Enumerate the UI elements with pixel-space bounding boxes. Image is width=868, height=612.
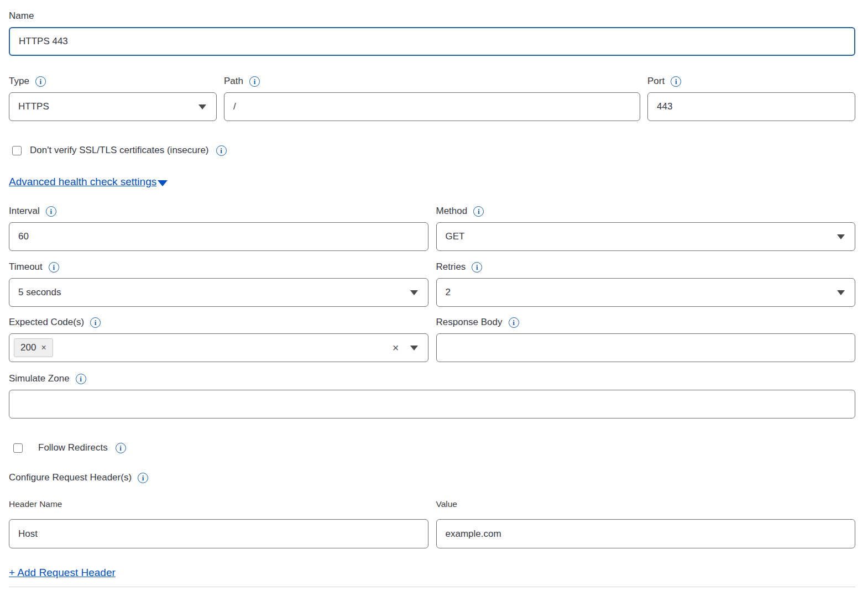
chevron-down-icon: [410, 290, 418, 295]
retries-select-value: 2: [446, 287, 451, 298]
chevron-down-icon: [410, 346, 418, 351]
info-icon[interactable]: i: [472, 262, 482, 273]
path-label-row: Path i: [224, 75, 640, 87]
timeout-label-row: Timeout i: [9, 261, 428, 273]
method-label-row: Method i: [436, 205, 856, 217]
info-icon[interactable]: i: [473, 206, 484, 217]
clear-icon[interactable]: ×: [393, 342, 399, 353]
interval-input[interactable]: [9, 222, 428, 251]
request-headers-label-row: Configure Request Header(s) i: [9, 472, 855, 484]
health-check-form: Name Type i Path i Port i HTTPS Don't ve…: [0, 0, 868, 587]
response-body-input[interactable]: [436, 333, 856, 362]
remove-tag-icon[interactable]: ×: [41, 343, 46, 352]
info-icon[interactable]: i: [90, 317, 101, 328]
retries-label: Retries: [436, 261, 466, 273]
port-label-row: Port i: [647, 75, 855, 87]
header-column-labels: Header Name Value: [9, 499, 855, 510]
add-header-row: + Add Request Header: [9, 567, 855, 579]
type-select-value: HTTPS: [18, 101, 49, 112]
header-name-input[interactable]: [9, 519, 428, 548]
ssl-verify-checkbox[interactable]: [12, 146, 22, 155]
info-icon[interactable]: i: [671, 76, 681, 87]
divider: [9, 587, 855, 587]
chevron-down-icon: [837, 234, 845, 239]
header-name-label: Header Name: [9, 499, 428, 510]
request-headers-label: Configure Request Header(s): [9, 472, 132, 484]
advanced-settings-row: Advanced health check settings: [9, 176, 855, 188]
interval-label-row: Interval i: [9, 205, 428, 217]
interval-method-labels: Interval i Method i: [9, 205, 855, 217]
expected-code-tag-value: 200: [20, 342, 36, 353]
simulate-zone-input[interactable]: [9, 390, 855, 419]
path-input[interactable]: [224, 92, 640, 121]
type-label-row: Type i: [9, 75, 217, 87]
timeout-select[interactable]: 5 seconds: [9, 278, 428, 307]
port-label: Port: [647, 75, 665, 87]
type-label: Type: [9, 75, 29, 87]
follow-redirects-checkbox[interactable]: [13, 443, 23, 453]
method-label: Method: [436, 205, 468, 217]
codes-body-fields: 200 × ×: [9, 333, 855, 362]
codes-body-labels: Expected Code(s) i Response Body i: [9, 316, 855, 328]
method-select[interactable]: GET: [436, 222, 856, 251]
name-label: Name: [9, 10, 855, 22]
type-path-port-labels: Type i Path i Port i: [9, 75, 855, 87]
info-icon[interactable]: i: [216, 145, 227, 156]
add-request-header-link[interactable]: + Add Request Header: [9, 567, 116, 578]
follow-redirects-label: Follow Redirects: [38, 442, 108, 453]
interval-label: Interval: [9, 205, 40, 217]
retries-label-row: Retries i: [436, 261, 856, 273]
expected-codes-label-row: Expected Code(s) i: [9, 316, 428, 328]
timeout-select-value: 5 seconds: [18, 287, 61, 298]
retries-select[interactable]: 2: [436, 278, 856, 307]
ssl-verify-label: Don't verify SSL/TLS certificates (insec…: [30, 145, 209, 156]
type-select[interactable]: HTTPS: [9, 92, 217, 121]
response-body-label: Response Body: [436, 316, 503, 328]
advanced-settings-link[interactable]: Advanced health check settings: [9, 176, 156, 188]
info-icon[interactable]: i: [138, 473, 148, 483]
timeout-retries-fields: 5 seconds 2: [9, 278, 855, 307]
response-body-label-row: Response Body i: [436, 316, 856, 328]
path-label: Path: [224, 75, 243, 87]
expected-codes-label: Expected Code(s): [9, 316, 84, 328]
expected-code-tag: 200 ×: [14, 338, 53, 357]
info-icon[interactable]: i: [116, 443, 126, 453]
info-icon[interactable]: i: [76, 374, 86, 384]
interval-method-fields: GET: [9, 222, 855, 251]
chevron-down-icon: [158, 180, 168, 186]
info-icon[interactable]: i: [35, 76, 46, 87]
port-input[interactable]: [647, 92, 855, 121]
ssl-verify-row: Don't verify SSL/TLS certificates (insec…: [9, 145, 855, 156]
info-icon[interactable]: i: [46, 206, 56, 217]
type-path-port-fields: HTTPS: [9, 92, 855, 121]
follow-redirects-row: Follow Redirects i: [9, 442, 855, 453]
simulate-zone-label-row: Simulate Zone i: [9, 373, 855, 385]
expected-codes-multiselect[interactable]: 200 × ×: [9, 333, 428, 362]
info-icon[interactable]: i: [509, 317, 519, 328]
timeout-retries-labels: Timeout i Retries i: [9, 261, 855, 273]
chevron-down-icon: [837, 290, 845, 295]
header-row: [9, 519, 855, 548]
header-value-input[interactable]: [436, 519, 856, 548]
header-value-label: Value: [436, 499, 856, 510]
name-input[interactable]: [9, 27, 855, 56]
method-select-value: GET: [446, 231, 465, 242]
info-icon[interactable]: i: [49, 262, 59, 273]
simulate-zone-label: Simulate Zone: [9, 373, 70, 385]
info-icon[interactable]: i: [249, 76, 260, 87]
chevron-down-icon: [198, 104, 206, 109]
timeout-label: Timeout: [9, 261, 43, 273]
